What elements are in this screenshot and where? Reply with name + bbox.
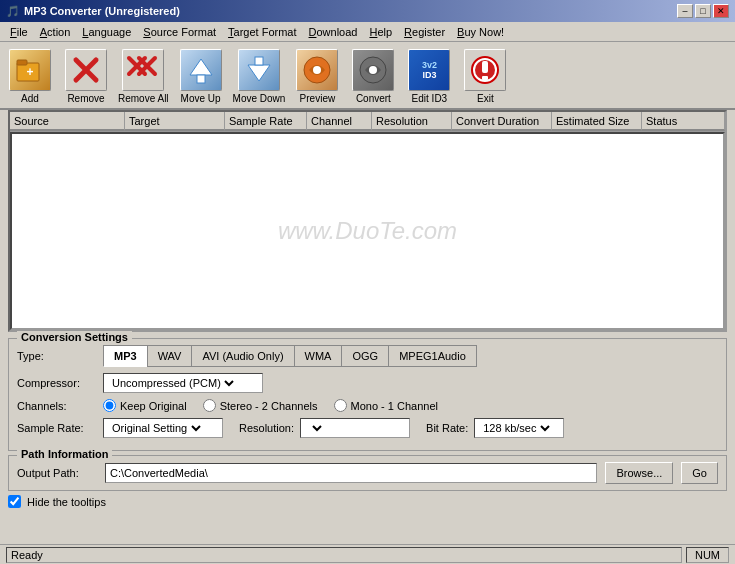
type-row: Type: MP3 WAV AVI (Audio Only) WMA OGG M… bbox=[17, 345, 718, 367]
resolution-dropdown[interactable] bbox=[300, 418, 410, 438]
svg-text:+: + bbox=[26, 65, 33, 79]
minimize-button[interactable]: – bbox=[677, 4, 693, 18]
menu-language[interactable]: Language bbox=[76, 24, 137, 40]
compressor-label: Compressor: bbox=[17, 377, 97, 389]
svg-rect-20 bbox=[482, 76, 488, 80]
file-list-header: Source Target Sample Rate Channel Resolu… bbox=[10, 112, 725, 132]
menu-file[interactable]: File bbox=[4, 24, 34, 40]
hide-tooltips-label: Hide the tooltips bbox=[27, 496, 106, 508]
resolution-label: Resolution: bbox=[239, 422, 294, 434]
col-header-resolution: Resolution bbox=[372, 112, 452, 131]
type-wma[interactable]: WMA bbox=[294, 345, 342, 367]
conversion-settings: Conversion Settings Type: MP3 WAV AVI (A… bbox=[8, 338, 727, 451]
watermark-text: www.DuoTe.com bbox=[278, 217, 457, 245]
type-mpeg1audio[interactable]: MPEG1Audio bbox=[388, 345, 477, 367]
close-button[interactable]: ✕ bbox=[713, 4, 729, 18]
maximize-button[interactable]: □ bbox=[695, 4, 711, 18]
col-header-source: Source bbox=[10, 112, 125, 131]
path-info-title: Path Information bbox=[17, 448, 112, 460]
status-bar: Ready NUM bbox=[0, 544, 735, 564]
type-ogg[interactable]: OGG bbox=[341, 345, 388, 367]
type-wav[interactable]: WAV bbox=[147, 345, 192, 367]
samplerate-label: Sample Rate: bbox=[17, 422, 97, 434]
svg-marker-11 bbox=[248, 65, 270, 81]
keep-original-option[interactable]: Keep Original bbox=[103, 399, 187, 412]
samplerate-row: Sample Rate: Original Setting Resolution… bbox=[17, 418, 718, 438]
samplerate-select[interactable]: Original Setting bbox=[108, 421, 204, 435]
col-header-estsize: Estimated Size bbox=[552, 112, 642, 131]
svg-rect-12 bbox=[255, 57, 263, 65]
svg-point-14 bbox=[313, 66, 321, 74]
status-text: Ready bbox=[6, 547, 682, 563]
stereo-option[interactable]: Stereo - 2 Channels bbox=[203, 399, 318, 412]
svg-marker-9 bbox=[190, 59, 212, 75]
hide-tooltips-checkbox[interactable] bbox=[8, 495, 21, 508]
col-header-status: Status bbox=[642, 112, 725, 131]
menu-buy-now[interactable]: Buy Now! bbox=[451, 24, 510, 40]
compressor-select[interactable]: Uncompressed (PCM) bbox=[108, 376, 237, 390]
type-tabs: MP3 WAV AVI (Audio Only) WMA OGG MPEG1Au… bbox=[103, 345, 477, 367]
move-down-button[interactable]: Move Down bbox=[233, 49, 286, 104]
channels-label: Channels: bbox=[17, 400, 97, 412]
type-label: Type: bbox=[17, 350, 97, 362]
type-avi[interactable]: AVI (Audio Only) bbox=[191, 345, 293, 367]
output-path-input[interactable] bbox=[105, 463, 597, 483]
menu-source-format[interactable]: Source Format bbox=[137, 24, 222, 40]
move-up-button[interactable]: Move Up bbox=[177, 49, 225, 104]
col-header-duration: Convert Duration bbox=[452, 112, 552, 131]
preview-button[interactable]: Preview bbox=[293, 49, 341, 104]
channels-radio-group: Keep Original Stereo - 2 Channels Mono -… bbox=[103, 399, 438, 412]
app-icon: 🎵 bbox=[6, 5, 20, 18]
svg-point-16 bbox=[369, 66, 377, 74]
go-button[interactable]: Go bbox=[681, 462, 718, 484]
checkbox-row: Hide the tooltips bbox=[8, 495, 727, 508]
menu-register[interactable]: Register bbox=[398, 24, 451, 40]
bitrate-select[interactable]: 128 kb/sec bbox=[479, 421, 553, 435]
channels-row: Channels: Keep Original Stereo - 2 Chann… bbox=[17, 399, 718, 412]
toolbar: + Add Remove Remove All bbox=[0, 42, 735, 110]
compressor-row: Compressor: Uncompressed (PCM) bbox=[17, 373, 718, 393]
svg-rect-19 bbox=[482, 61, 488, 73]
col-header-channel: Channel bbox=[307, 112, 372, 131]
title-bar: 🎵 MP3 Converter (Unregistered) – □ ✕ bbox=[0, 0, 735, 22]
mono-option[interactable]: Mono - 1 Channel bbox=[334, 399, 438, 412]
remove-all-button[interactable]: Remove All bbox=[118, 49, 169, 104]
samplerate-dropdown[interactable]: Original Setting bbox=[103, 418, 223, 438]
col-header-samplerate: Sample Rate bbox=[225, 112, 307, 131]
remove-button[interactable]: Remove bbox=[62, 49, 110, 104]
menu-bar: File Action Language Source Format Targe… bbox=[0, 22, 735, 42]
resolution-select[interactable] bbox=[305, 421, 325, 435]
menu-help[interactable]: Help bbox=[363, 24, 398, 40]
conversion-settings-title: Conversion Settings bbox=[17, 331, 132, 343]
path-row: Output Path: Browse... Go bbox=[17, 462, 718, 484]
browse-button[interactable]: Browse... bbox=[605, 462, 673, 484]
convert-button[interactable]: Convert bbox=[349, 49, 397, 104]
file-list-area: Source Target Sample Rate Channel Resolu… bbox=[8, 110, 727, 332]
menu-download[interactable]: Download bbox=[303, 24, 364, 40]
title-controls: – □ ✕ bbox=[677, 4, 729, 18]
menu-action[interactable]: Action bbox=[34, 24, 77, 40]
file-list-body[interactable]: www.DuoTe.com bbox=[10, 132, 725, 330]
output-path-label: Output Path: bbox=[17, 467, 97, 479]
bitrate-dropdown[interactable]: 128 kb/sec bbox=[474, 418, 564, 438]
exit-button[interactable]: Exit bbox=[461, 49, 509, 104]
add-button[interactable]: + Add bbox=[6, 49, 54, 104]
type-mp3[interactable]: MP3 bbox=[103, 345, 147, 367]
compressor-dropdown[interactable]: Uncompressed (PCM) bbox=[103, 373, 263, 393]
title-text: 🎵 MP3 Converter (Unregistered) bbox=[6, 5, 180, 18]
bitrate-label: Bit Rate: bbox=[426, 422, 468, 434]
num-indicator: NUM bbox=[686, 547, 729, 563]
col-header-target: Target bbox=[125, 112, 225, 131]
path-information: Path Information Output Path: Browse... … bbox=[8, 455, 727, 491]
svg-rect-10 bbox=[197, 75, 205, 83]
menu-target-format[interactable]: Target Format bbox=[222, 24, 302, 40]
edit-id3-button[interactable]: 3v2 ID3 Edit ID3 bbox=[405, 49, 453, 104]
